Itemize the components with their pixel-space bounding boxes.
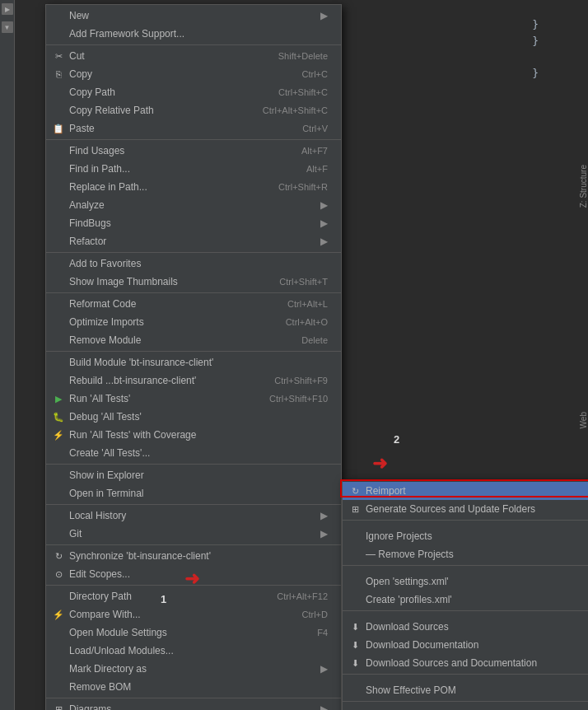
menu-item-mark-directory-as[interactable]: Mark Directory as▶: [46, 660, 341, 678]
shortcut-directory-path: Ctrl+Alt+F12: [277, 591, 328, 601]
label-open-module-settings: Open Module Settings: [69, 627, 167, 638]
separator-sep1: [46, 44, 341, 45]
label-findbugs: FindBugs: [69, 217, 111, 229]
menu-item-rebuild[interactable]: Rebuild ...bt-insurance-client'Ctrl+Shif…: [46, 371, 341, 390]
menu-item-diagrams[interactable]: ⊞Diagrams▶: [46, 700, 341, 710]
code-line: }: [532, 33, 539, 49]
submenu-item-create-profiles-xml[interactable]: Create 'profiles.xml': [343, 591, 588, 609]
separator-sep5: [46, 351, 341, 352]
label-add-to-favorites: Add to Favorites: [69, 258, 141, 269]
menu-item-open-module-settings[interactable]: Open Module SettingsF4: [46, 624, 341, 642]
menu-item-new[interactable]: New▶: [46, 7, 341, 25]
menu-item-compare-with[interactable]: ⚡Compare With...Ctrl+D: [46, 605, 341, 624]
menu-item-analyze[interactable]: Analyze▶: [46, 196, 341, 214]
menu-item-copy-path[interactable]: Copy PathCtrl+Shift+C: [46, 83, 341, 101]
menu-item-remove-bom[interactable]: Remove BOM: [46, 678, 341, 696]
shortcut-find-in-path: Alt+F: [306, 164, 328, 174]
menu-item-cut[interactable]: ✂CutShift+Delete: [46, 47, 341, 65]
submenu-separator-sep1: [343, 520, 588, 525]
menu-item-open-in-terminal[interactable]: Open in Terminal: [46, 484, 341, 502]
label-diagrams: Diagrams: [69, 703, 111, 710]
submenu-item-download-sources[interactable]: ⬇Download Sources: [343, 618, 588, 636]
submenu-item-show-effective-pom[interactable]: Show Effective POM: [343, 681, 588, 699]
menu-item-load-unload-modules[interactable]: Load/Unload Modules...: [46, 642, 341, 660]
menu-item-reformat-code[interactable]: Reformat CodeCtrl+Alt+L: [46, 295, 341, 313]
sidebar-icon-1[interactable]: ▶: [2, 3, 13, 15]
menu-item-findbugs[interactable]: FindBugs▶: [46, 214, 341, 232]
label-remove-bom: Remove BOM: [69, 681, 131, 693]
submenu-item-download-documentation[interactable]: ⬇Download Documentation: [343, 636, 588, 654]
submenu-label-download-sources: Download Sources: [366, 621, 449, 633]
menu-item-add-framework[interactable]: Add Framework Support...: [46, 25, 341, 43]
menu-item-git[interactable]: Git▶: [46, 525, 341, 543]
shortcut-rebuild: Ctrl+Shift+F9: [274, 376, 328, 385]
submenu-separator-sep3: [343, 610, 588, 616]
menu-item-debug-all-tests[interactable]: 🐛Debug 'All Tests': [46, 408, 341, 426]
shortcut-copy: Ctrl+C: [302, 69, 328, 79]
label-git: Git: [69, 528, 82, 540]
label-load-unload-modules: Load/Unload Modules...: [69, 645, 174, 656]
label-create-all-tests: Create 'All Tests'...: [69, 447, 150, 459]
menu-item-replace-in-path[interactable]: Replace in Path...Ctrl+Shift+R: [46, 178, 341, 196]
submenu-icon-download-sources-docs: ⬇: [348, 658, 362, 669]
label-add-framework: Add Framework Support...: [69, 28, 184, 40]
icon-paste: 📋: [51, 124, 66, 134]
menu-item-create-all-tests[interactable]: Create 'All Tests'...: [46, 444, 341, 462]
menu-item-copy-relative-path[interactable]: Copy Relative PathCtrl+Alt+Shift+C: [46, 101, 341, 119]
submenu-item-ignore-projects[interactable]: Ignore Projects: [343, 527, 588, 545]
label-replace-in-path: Replace in Path...: [69, 181, 147, 193]
label-rebuild: Rebuild ...bt-insurance-client': [69, 375, 196, 386]
label-mark-directory-as: Mark Directory as: [69, 663, 147, 675]
menu-item-run-all-tests[interactable]: ▶Run 'All Tests'Ctrl+Shift+F10: [46, 390, 341, 408]
shortcut-remove-module: Delete: [301, 335, 328, 345]
submenu-label-remove-projects: — Remove Projects: [366, 549, 454, 560]
menu-item-directory-path[interactable]: Directory PathCtrl+Alt+F12: [46, 587, 341, 605]
menu-item-copy[interactable]: ⎘CopyCtrl+C: [46, 65, 341, 83]
submenu-item-reimport[interactable]: ↻Reimport: [343, 482, 588, 500]
label-edit-scopes: Edit Scopes...: [69, 568, 130, 580]
menu-item-show-in-explorer[interactable]: Show in Explorer: [46, 466, 341, 484]
menu-item-paste[interactable]: 📋PasteCtrl+V: [46, 119, 341, 138]
icon-cut: ✂: [51, 51, 66, 62]
menu-item-optimize-imports[interactable]: Optimize ImportsCtrl+Alt+O: [46, 313, 341, 331]
submenu-separator-sep2: [343, 565, 588, 571]
submenu-label-generate-sources: Generate Sources and Update Folders: [366, 503, 535, 515]
menu-item-show-image-thumbnails[interactable]: Show Image ThumbnailsCtrl+Shift+T: [46, 273, 341, 291]
submenu-item-remove-projects[interactable]: — Remove Projects: [343, 545, 588, 563]
menu-item-find-in-path[interactable]: Find in Path...Alt+F: [46, 160, 341, 178]
menu-item-local-history[interactable]: Local History▶: [46, 507, 341, 525]
menu-item-edit-scopes[interactable]: ⊙Edit Scopes...: [46, 565, 341, 583]
label-run-with-coverage: Run 'All Tests' with Coverage: [69, 429, 196, 441]
submenu-item-download-sources-docs[interactable]: ⬇Download Sources and Documentation: [343, 654, 588, 672]
menu-item-add-to-favorites[interactable]: Add to Favorites: [46, 255, 341, 273]
menu-item-synchronize[interactable]: ↻Synchronize 'bt-insurance-client': [46, 547, 341, 565]
arrow-diagrams: ▶: [320, 703, 328, 710]
shortcut-replace-in-path: Ctrl+Shift+R: [278, 182, 328, 192]
editor-code: } } }: [532, 16, 539, 81]
separator-sep7: [46, 504, 341, 505]
menu-item-refactor[interactable]: Refactor▶: [46, 232, 341, 250]
shortcut-open-module-settings: F4: [317, 628, 328, 638]
icon-diagrams: ⊞: [51, 704, 66, 711]
shortcut-paste: Ctrl+V: [302, 124, 328, 133]
label-synchronize: Synchronize 'bt-insurance-client': [69, 550, 211, 562]
submenu-icon-generate-sources: ⊞: [348, 504, 362, 515]
submenu-item-open-settings-xml[interactable]: Open 'settings.xml': [343, 572, 588, 591]
arrow-mark-directory-as: ▶: [320, 663, 328, 675]
submenu-item-generate-sources[interactable]: ⊞Generate Sources and Update Folders: [343, 500, 588, 518]
menu-item-remove-module[interactable]: Remove ModuleDelete: [46, 331, 341, 349]
label-build-module: Build Module 'bt-insurance-client': [69, 357, 213, 368]
label-show-in-explorer: Show in Explorer: [69, 469, 144, 481]
label-directory-path: Directory Path: [69, 591, 132, 602]
code-line: }: [532, 16, 539, 33]
sidebar-icon-2[interactable]: ▼: [2, 21, 13, 33]
menu-item-find-usages[interactable]: Find UsagesAlt+F7: [46, 142, 341, 160]
menu-item-build-module[interactable]: Build Module 'bt-insurance-client': [46, 353, 341, 371]
menu-item-run-with-coverage[interactable]: ⚡Run 'All Tests' with Coverage: [46, 426, 341, 444]
context-menu: New▶Add Framework Support...✂CutShift+De…: [45, 4, 342, 710]
icon-debug-all-tests: 🐛: [51, 412, 66, 423]
shortcut-show-image-thumbnails: Ctrl+Shift+T: [279, 277, 328, 287]
maven-submenu: ↻Reimport⊞Generate Sources and Update Fo…: [342, 479, 588, 710]
shortcut-compare-with: Ctrl+D: [302, 610, 328, 619]
separator-sep10: [46, 698, 341, 698]
